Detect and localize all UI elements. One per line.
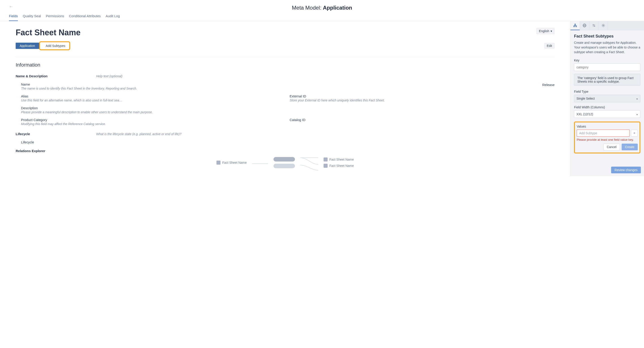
key-input[interactable] bbox=[574, 63, 640, 71]
tab-fields[interactable]: Fields bbox=[9, 14, 18, 21]
cancel-button[interactable]: Cancel bbox=[603, 144, 620, 150]
add-subtypes-button[interactable]: Add Subtypes bbox=[42, 43, 69, 49]
values-label: Values bbox=[577, 125, 638, 128]
relations-node-left: Fact Sheet Name bbox=[216, 161, 247, 165]
relations-pill bbox=[274, 157, 295, 162]
nav-tabs: Fields Quality Seal Permissions Conditio… bbox=[0, 14, 644, 21]
sidebar-description: Create and manage subtypes for Applicati… bbox=[574, 40, 640, 54]
sidebar-tab-sort[interactable] bbox=[589, 21, 598, 30]
sidebar-title: Fact Sheet Subtypes bbox=[574, 34, 640, 39]
language-selector[interactable]: English ▾ bbox=[536, 28, 554, 34]
gear-icon bbox=[601, 23, 605, 28]
field-product-category-label: Product Category bbox=[21, 118, 281, 122]
relations-diagram: Fact Sheet Name Fact Sheet Name bbox=[16, 156, 554, 169]
field-description-desc: Please provide a meaningful description … bbox=[21, 110, 554, 114]
node-label: Fact Sheet Name bbox=[330, 158, 354, 161]
back-arrow-icon[interactable]: ← bbox=[9, 4, 14, 9]
field-name-label: Name bbox=[21, 82, 281, 86]
sidebar-tab-settings[interactable] bbox=[598, 21, 608, 30]
edit-button[interactable]: Edit bbox=[544, 43, 554, 49]
field-description-label: Description bbox=[21, 106, 554, 110]
add-value-button[interactable]: + bbox=[631, 130, 638, 137]
node-square-icon bbox=[216, 161, 220, 165]
tab-permissions[interactable]: Permissions bbox=[46, 14, 64, 21]
divider bbox=[16, 57, 554, 57]
key-info-box: The 'category' field is used to group Fa… bbox=[574, 74, 640, 86]
group-help-text: Help text (optional) bbox=[96, 74, 554, 78]
key-label: Key bbox=[574, 58, 640, 62]
field-lifecycle-label: Lifecycle bbox=[21, 140, 554, 144]
field-width-select[interactable]: XXL (12/12) bbox=[574, 110, 640, 118]
highlight-add-subtypes: Add Subtypes bbox=[39, 41, 70, 50]
section-title-information: Information bbox=[16, 62, 554, 68]
field-alias-label: Alias bbox=[21, 94, 281, 98]
node-label: Fact Sheet Name bbox=[330, 164, 354, 168]
relations-node-right: Fact Sheet Name bbox=[324, 158, 354, 162]
page-title-entity: Application bbox=[323, 5, 352, 11]
plus-icon: + bbox=[633, 131, 635, 135]
sidebar-tab-globe[interactable] bbox=[580, 21, 589, 30]
field-catalog-id-label: Catalog ID bbox=[290, 118, 554, 122]
svg-point-5 bbox=[603, 25, 604, 26]
connector-curves bbox=[300, 156, 318, 169]
tab-audit-log[interactable]: Audit Log bbox=[106, 14, 120, 21]
field-name-desc: The name is used to identify this Fact S… bbox=[21, 87, 281, 90]
tab-conditional-attributes[interactable]: Conditional Attributes bbox=[69, 14, 101, 21]
highlight-values-section: Values + Please provide at least one fie… bbox=[574, 122, 640, 154]
svg-point-0 bbox=[574, 24, 575, 25]
page-title-prefix: Meta Model: bbox=[292, 5, 323, 11]
connector-line bbox=[252, 164, 268, 164]
chevron-down-icon: ▾ bbox=[550, 29, 552, 33]
field-type-label: Field Type bbox=[574, 90, 640, 93]
field-product-category-desc: Modifying this field may affect the Refe… bbox=[21, 122, 281, 126]
field-width-label: Field Width (Columns) bbox=[574, 105, 640, 109]
subtype-pill-application[interactable]: Application bbox=[16, 43, 39, 49]
tab-quality-seal[interactable]: Quality Seal bbox=[23, 14, 41, 21]
sort-icon bbox=[592, 23, 596, 28]
release-label: Release bbox=[290, 83, 554, 87]
field-type-select[interactable]: Single Select bbox=[574, 95, 640, 102]
field-alias-desc: Use this field for an alternative name, … bbox=[21, 99, 281, 102]
node-label: Fact Sheet Name bbox=[222, 161, 247, 165]
page-title: Meta Model: Application bbox=[9, 5, 635, 11]
review-changes-button[interactable]: Review changes bbox=[611, 167, 641, 173]
node-square-icon bbox=[324, 158, 328, 162]
group-name-description: Name & Description bbox=[16, 74, 96, 78]
field-external-id-label: External ID bbox=[290, 94, 554, 98]
sidebar-tabs bbox=[570, 21, 644, 30]
sidebar-tab-structure[interactable] bbox=[570, 21, 580, 30]
relations-pill bbox=[274, 164, 295, 168]
svg-rect-1 bbox=[574, 26, 574, 27]
create-button[interactable]: Create bbox=[622, 144, 638, 150]
relations-explorer-title: Relations Explorer bbox=[16, 149, 554, 153]
add-subtype-input[interactable] bbox=[577, 130, 630, 137]
values-error-text: Please provide at least one field value … bbox=[577, 138, 638, 141]
svg-rect-2 bbox=[576, 26, 576, 27]
language-label: English bbox=[539, 29, 549, 33]
globe-icon bbox=[582, 23, 586, 28]
node-square-icon bbox=[324, 164, 328, 168]
fact-sheet-heading: Fact Sheet Name bbox=[16, 28, 80, 37]
group-lifecycle: Lifecycle bbox=[16, 132, 96, 136]
field-external-id-desc: Store your External ID here which unique… bbox=[290, 99, 554, 102]
relations-node-right: Fact Sheet Name bbox=[324, 164, 354, 168]
group-lifecycle-help: What is the lifecycle state (e.g. planne… bbox=[96, 132, 554, 136]
